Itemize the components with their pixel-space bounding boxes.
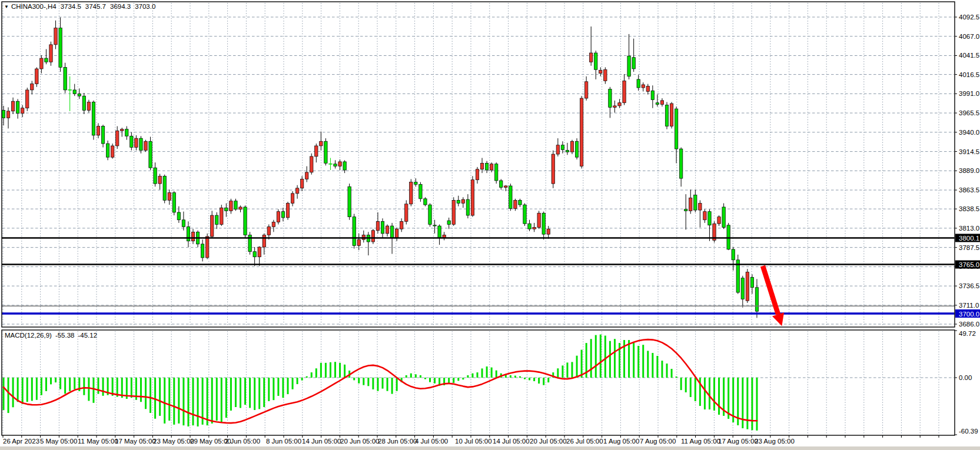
date-label: 10 Jul 05:00 <box>455 438 492 445</box>
candle-body <box>519 200 521 205</box>
candle-body <box>386 226 388 234</box>
price-axis-label: 3736.5 <box>959 282 979 289</box>
candle-body <box>172 193 175 212</box>
date-label: 28 Jun 05:00 <box>378 438 417 445</box>
price-axis[interactable]: 4092.54067.04041.54016.53991.03965.53940… <box>955 14 980 328</box>
candle-body <box>457 200 460 203</box>
candle-body <box>500 181 503 188</box>
candle-body <box>101 126 104 144</box>
candle-body <box>433 225 436 226</box>
candle-body <box>163 176 166 200</box>
candle-body <box>82 96 85 110</box>
candle-body <box>40 58 43 69</box>
price-axis-label: 3813.0 <box>959 225 979 232</box>
candle-body <box>405 204 408 222</box>
date-label: 17 Aug 05:00 <box>718 438 758 445</box>
time-axis[interactable]: 26 Apr 20235 May 05:0011 May 05:0017 May… <box>3 435 939 445</box>
candle-body <box>35 69 38 84</box>
candle-body <box>665 105 668 126</box>
candle-body <box>533 228 536 229</box>
gridlines <box>2 3 954 435</box>
candle-body <box>92 102 95 135</box>
candle-body <box>310 156 313 172</box>
candle-body <box>566 151 569 152</box>
candle-body <box>642 85 645 88</box>
candle-body <box>300 179 303 188</box>
candle-body <box>609 89 612 108</box>
candle-body <box>234 201 237 209</box>
candle-body <box>78 94 81 96</box>
candle-body <box>305 172 308 179</box>
candle-body <box>253 252 256 257</box>
candle-body <box>272 222 275 227</box>
candle-body <box>277 212 280 222</box>
svg-text:3700.0: 3700.0 <box>959 311 979 318</box>
candle-body <box>334 164 337 166</box>
date-label: 20 Jul 05:00 <box>530 438 567 445</box>
candle-body <box>191 232 194 241</box>
candle-body <box>580 98 583 166</box>
chart-canvas[interactable]: 4092.54067.04041.54016.53991.03965.53940… <box>0 0 980 450</box>
macd-axis[interactable]: 49.720.00-60.39 <box>955 330 978 435</box>
macd-indicator-label: MACD(12,26,9)-55.38-45.12 <box>5 332 97 339</box>
trading-chart-window: ▼CHINA300-,H43734.53745.73694.33703.0 MA… <box>0 0 980 450</box>
candle-body <box>755 288 758 311</box>
candle-body <box>149 141 152 168</box>
candle-body <box>599 71 602 74</box>
candle-body <box>49 45 52 62</box>
candle-body <box>281 212 284 218</box>
trend-arrow[interactable] <box>763 266 784 326</box>
price-axis-label: 3711.0 <box>959 302 979 309</box>
candle-body <box>509 186 512 209</box>
candle-body <box>670 104 673 126</box>
candle-body <box>618 103 621 106</box>
price-axis-label: 4041.5 <box>959 52 979 59</box>
candle-body <box>476 169 479 180</box>
date-label: 11 May 05:00 <box>78 438 118 445</box>
candle-body <box>267 226 270 235</box>
candle-body <box>324 141 327 163</box>
candle-body <box>537 213 540 227</box>
candle-body <box>343 162 346 170</box>
candle-body <box>452 200 455 224</box>
window-bottom-edge <box>0 446 980 450</box>
candle-body <box>111 146 114 157</box>
candle-body <box>556 145 559 154</box>
candle-body <box>158 176 161 184</box>
candle-body <box>424 199 427 205</box>
price-axis-label: 3787.5 <box>959 244 979 251</box>
candle-body <box>45 58 48 62</box>
candle-body <box>646 86 649 91</box>
candle-body <box>258 247 261 257</box>
candle-body <box>239 207 242 209</box>
candle-body <box>613 106 616 108</box>
date-label: 23 May 05:00 <box>153 438 194 445</box>
price-axis-label: 3863.5 <box>959 186 979 194</box>
date-label: 14 Jul 05:00 <box>493 438 530 445</box>
candle-body <box>694 195 697 210</box>
candle-body <box>490 164 493 170</box>
candle-body <box>542 213 545 234</box>
symbol-timeframe-label: CHINA300-,H4 <box>11 3 57 10</box>
candle-body <box>685 209 687 211</box>
macd-name: MACD(12,26,9) <box>5 332 52 339</box>
date-label: 7 Aug 05:00 <box>640 438 676 445</box>
ohlc-close: 3703.0 <box>135 3 155 10</box>
candle-body <box>637 79 640 88</box>
date-label: 14 Jun 05:00 <box>302 438 341 445</box>
candle-body <box>6 111 9 118</box>
macd-axis-label: 0.00 <box>959 374 972 381</box>
macd-signal-value: -45.12 <box>78 332 98 339</box>
horizontal-line-objects[interactable] <box>2 238 955 314</box>
candle-body <box>73 90 76 94</box>
candle-body <box>561 145 564 150</box>
date-label: 1 Aug 05:00 <box>603 438 639 445</box>
chart-expander-icon[interactable]: ▼ <box>4 4 9 9</box>
candle-body <box>295 188 298 194</box>
price-axis-label: 3686.0 <box>959 321 979 328</box>
date-label: 17 May 05:00 <box>115 438 156 445</box>
candle-body <box>121 129 124 131</box>
candle-body <box>130 136 133 147</box>
candle-body <box>338 162 341 166</box>
ohlc-low: 3694.3 <box>110 3 131 10</box>
